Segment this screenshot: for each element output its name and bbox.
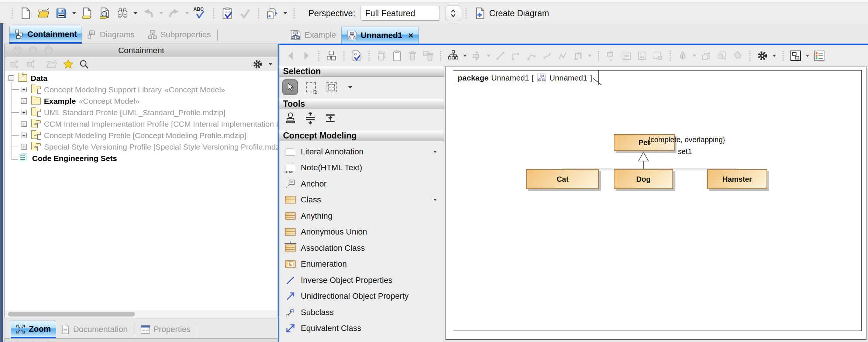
tab-containment[interactable]: Containment bbox=[9, 26, 82, 44]
new-project-button[interactable] bbox=[18, 6, 33, 21]
palette-item-inverse-object-properties[interactable]: Inverse Object Properties bbox=[279, 273, 444, 288]
tree-row[interactable]: Concept Modeling Support Library «Concep… bbox=[5, 84, 278, 95]
path-spline-button[interactable] bbox=[556, 49, 569, 62]
spell-check-button[interactable]: ABC bbox=[193, 6, 207, 21]
class-dropdown-caret[interactable] bbox=[433, 199, 437, 201]
undo-button[interactable] bbox=[141, 6, 156, 21]
validate-button[interactable] bbox=[220, 6, 235, 21]
options-dropdown-caret[interactable] bbox=[772, 55, 776, 57]
palette-item-association-class[interactable]: Association Class bbox=[279, 241, 444, 256]
tree-row[interactable]: «» Concept Modeling Profile [Concept Mod… bbox=[5, 130, 278, 141]
selection-section-header[interactable]: Selection bbox=[279, 66, 444, 77]
palette-item-literal-annotation[interactable]: Literal Annotation bbox=[279, 144, 444, 159]
tree-row[interactable]: «» Special Style Versioning Profile [Spe… bbox=[5, 141, 278, 153]
tab-documentation[interactable]: Documentation bbox=[56, 321, 132, 338]
expand-expander-icon[interactable] bbox=[21, 98, 27, 104]
bring-to-front-button[interactable] bbox=[700, 49, 713, 62]
palette-item-subclass[interactable]: Subclass bbox=[279, 305, 444, 320]
concept-modeling-section-header[interactable]: Concept Modeling bbox=[279, 130, 444, 141]
legend-button[interactable] bbox=[813, 49, 826, 62]
path-curved-button[interactable] bbox=[540, 49, 554, 62]
tab-example-diagram[interactable]: Example bbox=[285, 27, 341, 44]
fill-color-button[interactable] bbox=[731, 49, 744, 62]
palette-item-anything[interactable]: Anything bbox=[279, 209, 444, 223]
show-containment-button[interactable] bbox=[325, 49, 338, 62]
class-shape-dog[interactable]: Dog bbox=[614, 169, 673, 189]
generalization-set-constraint[interactable]: {complete, overlapping} bbox=[648, 136, 725, 144]
toolbar-grip[interactable] bbox=[465, 8, 467, 19]
close-tab-icon[interactable]: × bbox=[408, 32, 413, 39]
collapse-selected-icon[interactable] bbox=[26, 59, 37, 69]
path-bezier-button[interactable] bbox=[525, 49, 538, 62]
diagram-options-button[interactable] bbox=[756, 49, 769, 62]
tab-properties[interactable]: Properties bbox=[136, 321, 195, 338]
tree-row-code-engineering[interactable]: Code Engineering Sets bbox=[5, 153, 278, 164]
containment-tree[interactable]: Data Concept Modeling Support Library «C… bbox=[5, 71, 278, 310]
perspective-combobox[interactable]: Full Featured bbox=[361, 6, 440, 21]
redo-dropdown-caret[interactable] bbox=[185, 12, 189, 14]
create-diagram-button[interactable]: Create Diagram bbox=[475, 7, 549, 19]
palette-item-enumeration[interactable]: E Enumeration bbox=[279, 257, 444, 271]
tab-subproperties[interactable]: Subproperties bbox=[143, 26, 216, 44]
palette-item-equivalent-class[interactable]: Equivalent Class bbox=[279, 321, 444, 336]
print-preview-button[interactable] bbox=[97, 6, 112, 21]
paste-button[interactable] bbox=[390, 49, 404, 62]
gear-icon[interactable] bbox=[252, 59, 263, 69]
pen-style-button[interactable] bbox=[676, 49, 689, 62]
delete-from-model-button[interactable] bbox=[421, 49, 435, 62]
toolbar-grip[interactable] bbox=[213, 8, 215, 19]
tree-row-example[interactable]: Example «Concept Model» bbox=[5, 96, 278, 107]
shape-button[interactable] bbox=[651, 49, 664, 62]
generalization-set-name[interactable]: set1 bbox=[678, 147, 692, 156]
toolbar-grip[interactable] bbox=[368, 50, 370, 61]
collapse-all-icon[interactable] bbox=[10, 59, 20, 69]
palette-item-class[interactable]: Class bbox=[279, 192, 444, 207]
copy-button[interactable] bbox=[375, 49, 388, 62]
delete-button[interactable] bbox=[406, 49, 419, 62]
toolbar-grip[interactable] bbox=[11, 8, 13, 19]
window-control-icon[interactable] bbox=[29, 47, 37, 54]
tree-row[interactable]: UML Standard Profile [UML_Standard_Profi… bbox=[5, 107, 278, 118]
toolbar-grip[interactable] bbox=[669, 50, 671, 61]
tab-zoom[interactable]: Zoom bbox=[11, 321, 56, 338]
class-shape-hamster[interactable]: Hamster bbox=[707, 169, 767, 189]
pointer-tool-button[interactable] bbox=[282, 79, 298, 95]
insert-image-button[interactable] bbox=[636, 49, 649, 62]
search-icon[interactable] bbox=[79, 59, 89, 69]
window-control-icon[interactable] bbox=[14, 47, 21, 54]
class-shape-cat[interactable]: Cat bbox=[526, 169, 599, 189]
settings-dropdown-caret[interactable] bbox=[269, 63, 272, 65]
expand-vertically-tool-icon[interactable] bbox=[304, 112, 316, 124]
diagram-canvas[interactable]: package Unnamed1 [ Unnamed1 ] Pet {compl… bbox=[445, 66, 867, 340]
layout-button[interactable] bbox=[447, 49, 460, 62]
save-dropdown-caret[interactable] bbox=[72, 12, 76, 14]
toolbar-grip[interactable] bbox=[318, 50, 320, 61]
collapse-vertically-tool-icon[interactable] bbox=[324, 112, 336, 124]
forward-button[interactable] bbox=[300, 49, 313, 62]
grid-button[interactable] bbox=[620, 49, 633, 62]
check-diagram-button[interactable] bbox=[350, 49, 363, 62]
toolbar-grip[interactable] bbox=[782, 50, 784, 61]
undo-dropdown-caret[interactable] bbox=[159, 12, 163, 14]
expand-expander-icon[interactable] bbox=[21, 133, 27, 138]
open-gray-folder-icon[interactable] bbox=[46, 59, 57, 69]
collapse-expander-icon[interactable] bbox=[8, 75, 14, 81]
path-oblique-button[interactable] bbox=[494, 49, 507, 62]
make-same-size-button[interactable] bbox=[604, 49, 618, 62]
update-dropdown-caret[interactable] bbox=[283, 12, 287, 14]
expand-expander-icon[interactable] bbox=[21, 87, 27, 92]
pen-dropdown-caret[interactable] bbox=[693, 55, 696, 57]
horizontal-scrollbar[interactable] bbox=[5, 310, 278, 318]
expand-expander-icon[interactable] bbox=[21, 144, 27, 150]
align-dropdown-caret[interactable] bbox=[487, 55, 490, 57]
print-button[interactable] bbox=[80, 6, 94, 21]
redo-button[interactable] bbox=[167, 6, 182, 21]
perspective-stepper[interactable] bbox=[445, 6, 461, 21]
toolbar-grip[interactable] bbox=[597, 50, 600, 61]
window-layout-button[interactable] bbox=[789, 49, 802, 62]
back-button[interactable] bbox=[284, 49, 297, 62]
expand-expander-icon[interactable] bbox=[21, 110, 27, 115]
open-project-button[interactable] bbox=[36, 6, 51, 21]
window-layout-dropdown-caret[interactable] bbox=[806, 55, 809, 57]
toolbar-grip[interactable] bbox=[293, 8, 295, 19]
